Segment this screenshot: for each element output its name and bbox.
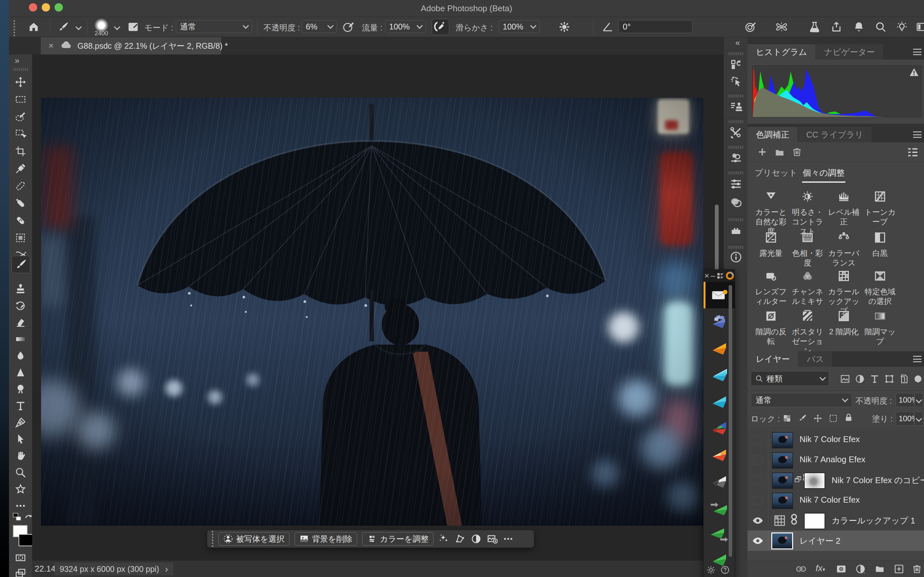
hand-tool[interactable] <box>13 449 27 463</box>
brush-angle-field[interactable]: 0° <box>619 20 692 33</box>
gradient-tool[interactable] <box>13 332 27 346</box>
visibility-toggle[interactable] <box>748 450 768 470</box>
add-image-icon[interactable] <box>487 533 498 544</box>
adj-curves[interactable]: トーンカーブ <box>861 190 899 227</box>
generative-cursor-icon[interactable] <box>724 75 748 88</box>
filter-type-icon[interactable] <box>869 374 880 384</box>
pressure-size-icon[interactable] <box>744 21 756 33</box>
workspace-switcher-icon[interactable] <box>916 21 924 33</box>
vertical-scrollbar[interactable] <box>715 205 719 276</box>
healing-brush-tool[interactable] <box>13 213 27 227</box>
canvas-area[interactable]: 被写体を選択 背景を削除 カラーを調整 <box>32 55 724 560</box>
layer-row-layer2-selected[interactable]: レイヤー 2 <box>748 530 924 551</box>
layer-name[interactable]: レイヤー 2 <box>800 535 841 546</box>
nik-minimize-icon[interactable]: – <box>711 271 715 281</box>
lock-all-icon[interactable] <box>844 413 853 422</box>
adjustment-circle-icon[interactable] <box>471 533 481 544</box>
layer-name[interactable]: Nik 7 Color Efex <box>800 495 860 505</box>
beta-flask-icon[interactable] <box>809 21 821 33</box>
lock-transparency-icon[interactable] <box>782 414 792 423</box>
crop-tool[interactable] <box>13 144 27 158</box>
brush-settings-panel-icon[interactable] <box>127 21 139 33</box>
more-options-icon[interactable] <box>503 533 514 544</box>
remove-background-button[interactable]: 背景を削除 <box>294 532 357 546</box>
adj-invert[interactable]: 階調の反転 <box>752 310 790 346</box>
object-selection-tool[interactable] <box>13 127 27 141</box>
select-subject-button[interactable]: 被写体を選択 <box>218 532 289 546</box>
default-colors-icon[interactable] <box>12 512 22 524</box>
options-bar-grip[interactable] <box>13 20 15 36</box>
star-tool[interactable] <box>13 482 27 496</box>
home-icon[interactable] <box>27 21 40 33</box>
subtab-individual[interactable]: 個々の調整 <box>803 167 845 179</box>
layer-row-color-lookup[interactable]: カラールックアップ 1 <box>748 510 924 531</box>
properties-sliders-icon[interactable] <box>724 177 748 190</box>
nik-view-toggle-icon[interactable] <box>716 272 724 279</box>
tab-layers[interactable]: レイヤー <box>748 351 798 367</box>
lock-pixels-icon[interactable] <box>798 414 807 423</box>
layer-thumbnail[interactable] <box>772 432 793 448</box>
tab-navigator[interactable]: ナビゲーター <box>816 44 884 60</box>
layer-thumbnail[interactable] <box>772 472 793 489</box>
layer-name[interactable]: Nik 7 Analog Efex <box>800 455 865 464</box>
add-adjustment-icon[interactable] <box>757 147 767 157</box>
type-tool[interactable] <box>13 399 27 413</box>
flow-dropdown[interactable]: 100% <box>385 20 426 33</box>
document-dimensions[interactable]: 9324 px x 6000 px (300 ppi) › <box>55 562 173 575</box>
adj-gradient-map[interactable]: 階調マップ <box>861 310 899 346</box>
delete-layer-icon[interactable] <box>912 564 922 574</box>
move-tool[interactable] <box>13 75 27 89</box>
subtab-presets[interactable]: プリセット <box>754 167 797 179</box>
layer-row-nik7-color-efex[interactable]: Nik 7 Color Efex <box>748 490 924 511</box>
adj-brightness-contrast[interactable]: 明るさ・コントラスト <box>788 190 827 236</box>
new-group-icon[interactable] <box>875 564 885 574</box>
eraser-tool[interactable] <box>13 316 27 330</box>
layers-panel-menu-icon[interactable] <box>913 356 921 362</box>
mask-link-icon[interactable] <box>790 512 798 526</box>
dodge-tool[interactable] <box>13 382 27 396</box>
layer-filter-dropdown[interactable]: 種類 <box>751 371 829 386</box>
adj-photo-filter[interactable]: レンズフィルター <box>752 270 790 306</box>
discover-bulb-icon[interactable] <box>896 21 908 33</box>
visibility-toggle[interactable] <box>748 490 768 510</box>
adj-channel-mixer[interactable]: チャンネルミキサー <box>788 270 827 316</box>
fill-field[interactable]: 100% <box>896 412 914 426</box>
filter-image-icon[interactable] <box>840 374 850 384</box>
symmetry-butterfly-icon[interactable] <box>775 21 788 33</box>
adj-selective-color[interactable]: 特定色域の選択 <box>861 270 899 306</box>
tab-histogram[interactable]: ヒストグラム <box>748 44 816 60</box>
layer-mask-thumbnail[interactable] <box>804 513 825 529</box>
add-mask-icon[interactable] <box>836 564 846 574</box>
layer-row-nik7-color-efex-copy[interactable]: 🗗 Nik 7 Color Efex のコピー <box>748 470 924 490</box>
adjust-color-button[interactable]: カラーを調整 <box>362 532 433 546</box>
layer-name[interactable]: Nik 7 Color Efex のコピー <box>832 475 924 486</box>
new-adjustment-layer-icon[interactable] <box>855 564 866 574</box>
tab-adjustments[interactable]: 色調補正 <box>748 127 798 142</box>
search-icon[interactable] <box>875 21 887 33</box>
fill-chevron[interactable] <box>914 412 923 426</box>
zoom-tool[interactable] <box>13 466 27 480</box>
pen-tool[interactable] <box>13 416 27 430</box>
generative-sparkle-icon[interactable] <box>439 533 449 544</box>
airbrush-toggle[interactable] <box>432 19 449 35</box>
layer-row-nik7-color-efex-top[interactable]: Nik 7 Color Efex <box>748 430 924 450</box>
tab-paths[interactable]: パス <box>798 351 833 367</box>
nik-close-icon[interactable]: × <box>704 271 709 281</box>
layer-mask-thumbnail[interactable] <box>804 472 825 489</box>
filter-shape-icon[interactable] <box>884 374 895 384</box>
sharpen-tool[interactable] <box>13 366 27 380</box>
lock-artboard-icon[interactable] <box>829 414 838 423</box>
clone-source-icon[interactable] <box>724 101 748 113</box>
nik-help-icon[interactable] <box>720 565 730 575</box>
adj-levels[interactable]: レベル補正 <box>825 190 863 227</box>
list-view-icon[interactable] <box>907 147 918 157</box>
selection-brush-tool[interactable] <box>13 110 27 124</box>
adj-color-balance[interactable]: カラーバランス <box>825 231 863 268</box>
adj-color-vibrance[interactable]: カラーと自然な彩度 <box>752 190 790 236</box>
layer-opacity-field[interactable]: 100% <box>896 393 914 407</box>
background-color-swatch[interactable] <box>19 534 33 546</box>
histogram-warning-icon[interactable] <box>909 67 919 77</box>
eyedropper-tool[interactable] <box>13 161 27 176</box>
remove-tool[interactable] <box>13 179 27 193</box>
visibility-toggle[interactable] <box>748 470 768 490</box>
